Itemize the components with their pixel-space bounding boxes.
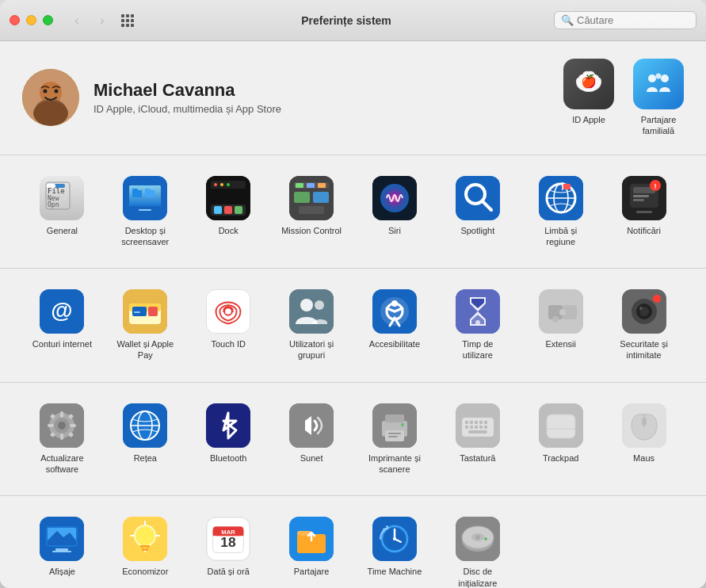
general-label: General <box>47 225 78 236</box>
pref-item-mouse[interactable]: Maus <box>604 399 684 480</box>
svg-rect-83 <box>456 289 500 334</box>
wallet-label: Wallet și Apple Pay <box>113 338 177 361</box>
svg-rect-140 <box>642 418 647 426</box>
svg-rect-41 <box>318 183 326 188</box>
pref-item-security[interactable]: Securitate și intimitate <box>604 284 684 366</box>
sharing-icon <box>289 517 334 561</box>
security-label: Securitate și intimitate <box>613 338 676 361</box>
svg-text:Opn: Opn <box>48 201 59 208</box>
pref-item-displays[interactable]: Afișaje <box>22 512 102 588</box>
pref-item-spotlight[interactable]: Spotlight <box>437 171 517 253</box>
pref-item-datetime[interactable]: MAR 18 Dată și oră <box>189 512 269 588</box>
pref-item-dock[interactable]: Dock <box>189 171 269 253</box>
pref-item-trackpad[interactable]: Trackpad <box>521 399 601 480</box>
nav-buttons: ‹ › <box>66 13 113 29</box>
svg-rect-72 <box>289 289 334 334</box>
svg-point-84 <box>475 320 480 325</box>
spotlight-icon <box>456 176 500 220</box>
pref-item-extensions[interactable]: Extensii <box>521 284 601 366</box>
pref-item-sound[interactable]: Sunet <box>272 399 352 480</box>
pref-item-mission[interactable]: Mission Control <box>272 171 352 253</box>
pref-item-language[interactable]: Limbă și regiune <box>521 171 601 253</box>
accounts-label: Conturi internet <box>32 338 92 349</box>
sound-icon <box>289 403 334 448</box>
apple-id-button[interactable]: 🍎 ID Apple <box>563 59 614 125</box>
startup-label: Disc de inițializare <box>446 566 509 588</box>
svg-rect-36 <box>294 192 310 203</box>
displays-label: Afișaje <box>49 566 75 577</box>
pref-item-bluetooth[interactable]: Bluetooth <box>189 399 269 480</box>
main-window: ‹ › Preferințe sistem 🔍 <box>0 0 706 588</box>
printers-label: Imprimante și scanere <box>363 452 426 475</box>
minimize-button[interactable] <box>26 15 36 25</box>
search-icon: 🔍 <box>561 14 574 26</box>
pref-item-accessibility[interactable]: Accesibilitate <box>355 284 435 366</box>
bluetooth-label: Bluetooth <box>210 452 246 464</box>
family-sharing-button[interactable]: Partajarefamilială <box>633 59 684 137</box>
svg-rect-25 <box>139 209 151 211</box>
family-sharing-icon <box>633 59 684 109</box>
mouse-icon <box>622 403 666 448</box>
close-button[interactable] <box>10 15 20 25</box>
energy-label: Economizor <box>122 566 168 577</box>
svg-point-178 <box>484 537 487 540</box>
svg-rect-42 <box>299 206 324 214</box>
svg-point-88 <box>559 309 566 315</box>
forward-button[interactable]: › <box>91 13 113 29</box>
svg-rect-125 <box>470 421 473 424</box>
search-input[interactable] <box>577 14 688 26</box>
pref-section-1: File New Opn General <box>0 155 706 269</box>
svg-text:File: File <box>48 187 65 195</box>
svg-rect-127 <box>479 421 483 424</box>
siri-label: Siri <box>388 225 401 236</box>
extensions-label: Extensii <box>545 338 576 349</box>
svg-rect-100 <box>60 433 63 440</box>
grid-view-button[interactable] <box>116 10 139 32</box>
traffic-lights <box>10 15 53 25</box>
displays-icon <box>40 517 84 561</box>
svg-point-33 <box>220 183 223 186</box>
svg-point-148 <box>135 526 155 545</box>
pref-item-network[interactable]: Rețea <box>105 399 185 480</box>
pref-section-3: Actualizare software <box>0 383 706 497</box>
wallet-icon <box>123 289 167 334</box>
pref-item-sharing[interactable]: Partajare <box>272 512 352 588</box>
touchid-label: Touch ID <box>211 338 245 349</box>
svg-rect-37 <box>313 192 329 203</box>
pref-item-screentime[interactable]: Timp de utilizare <box>437 284 517 366</box>
pref-item-siri[interactable]: Siri <box>355 171 435 253</box>
pref-item-startup[interactable]: Disc de inițializare <box>437 512 517 588</box>
pref-item-wallet[interactable]: Wallet și Apple Pay <box>105 284 185 366</box>
svg-rect-154 <box>142 548 148 551</box>
svg-rect-120 <box>388 436 398 437</box>
svg-point-94 <box>639 307 643 310</box>
search-box[interactable]: 🔍 <box>554 11 696 29</box>
svg-point-5 <box>55 90 59 94</box>
back-button[interactable]: ‹ <box>66 13 88 29</box>
pref-item-users[interactable]: Utilizatori și grupuri <box>272 284 352 366</box>
pref-item-timemachine[interactable]: Time Machine <box>355 512 435 588</box>
svg-rect-68 <box>134 311 140 313</box>
pref-item-accounts[interactable]: @ Conturi internet <box>22 284 102 366</box>
svg-rect-132 <box>479 426 483 429</box>
pref-item-notifications[interactable]: ! Notificări <box>604 171 684 253</box>
window-title: Preferințe sistem <box>155 14 538 27</box>
pref-item-desktop[interactable]: Desktop și screensaver <box>105 171 185 253</box>
profile-section: Michael Cavanna ID Apple, iCloud, multim… <box>0 41 706 155</box>
svg-point-95 <box>653 295 661 303</box>
avatar-image <box>22 69 79 126</box>
pref-item-touchid[interactable]: Touch ID <box>189 284 269 366</box>
pref-item-update[interactable]: Actualizare software <box>22 399 102 480</box>
svg-rect-39 <box>296 183 303 188</box>
pref-item-general[interactable]: File New Opn General <box>22 171 102 253</box>
svg-rect-24 <box>145 189 151 191</box>
pref-grid-4: Afișaje <box>22 512 684 588</box>
pref-item-energy[interactable]: Economizor <box>105 512 185 588</box>
svg-point-8 <box>648 74 656 82</box>
maximize-button[interactable] <box>43 15 53 25</box>
pref-item-printers[interactable]: Imprimante și scanere <box>355 399 435 480</box>
mission-icon <box>289 176 334 220</box>
pref-item-keyboard[interactable]: Tastatură <box>437 399 517 480</box>
general-icon: File New Opn <box>40 176 84 220</box>
network-label: Rețea <box>134 452 157 464</box>
